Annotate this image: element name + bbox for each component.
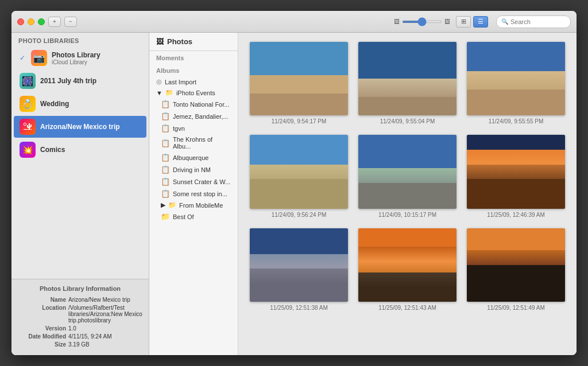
info-name-row: Name Arizona/New Mexico trip — [17, 297, 143, 303]
photo-item[interactable]: 11/24/09, 9:56:24 PM — [250, 135, 348, 217]
info-location-row: Location /Volumes/Rafbert/Test libraries… — [17, 305, 143, 324]
right-panel[interactable]: 11/24/09, 9:54:17 PM 11/24/09, 9:55:04 P… — [238, 33, 577, 355]
album-name: Driving in NM — [173, 166, 211, 173]
photo-item[interactable]: 11/24/09, 9:55:55 PM — [467, 42, 565, 124]
close-button[interactable] — [17, 18, 24, 25]
wedding-icon: 💍 — [20, 96, 36, 112]
zoom-in-icon: 🖼 — [444, 18, 450, 25]
photo-item[interactable]: 11/25/09, 12:51:43 AM — [358, 228, 457, 311]
photo-date: 11/24/09, 9:56:24 PM — [272, 212, 327, 218]
photo-image — [467, 42, 565, 115]
grid-view-button[interactable]: ⊞ — [456, 16, 471, 28]
photo-image — [467, 135, 565, 208]
2011-name: 2011 July 4th trip — [40, 77, 141, 85]
photo-item[interactable]: 11/24/09, 10:15:17 PM — [358, 135, 457, 217]
add-library-button[interactable]: + — [48, 17, 61, 27]
main-content: Photo Libraries ✓ 📷 Photos Library iClou… — [11, 33, 577, 355]
sidebar: Photo Libraries ✓ 📷 Photos Library iClou… — [11, 33, 149, 355]
last-import-label: Last Import — [165, 79, 196, 85]
album-icon: 📋 — [161, 112, 170, 120]
info-version-row: Version 1.0 — [17, 325, 143, 332]
mobile-me-label: From MobileMe — [179, 202, 223, 209]
list-view-button[interactable]: ☰ — [473, 16, 488, 28]
info-size-value: 3.19 GB — [68, 341, 143, 348]
album-item[interactable]: 📋Jemez, Bandalier,... — [149, 110, 238, 122]
left-panel: 🖼 Photos Moments Albums ◎ Last Import ▼ … — [149, 33, 238, 355]
sidebar-section-label: Photo Libraries — [11, 33, 149, 46]
search-input[interactable] — [510, 18, 566, 25]
titlebar: + − 🖼 🖼 ⊞ ☰ 🔍 — [11, 11, 577, 33]
album-icon: 📋 — [161, 177, 170, 186]
iphoto-events-folder[interactable]: ▼ 📁 iPhoto Events — [149, 87, 238, 98]
info-title: Photos Library Information — [17, 285, 143, 292]
photo-thumbnail — [250, 42, 348, 115]
main-window: + − 🖼 🖼 ⊞ ☰ 🔍 Photo Libraries ✓ 📷 — [11, 11, 577, 355]
photo-image — [250, 42, 348, 115]
photo-thumbnail — [250, 228, 348, 302]
photo-item[interactable]: 11/25/09, 12:51:38 AM — [250, 228, 348, 311]
arizona-icon: 🏜 — [20, 119, 36, 135]
photo-image — [250, 135, 348, 208]
sidebar-item-wedding[interactable]: 💍 Wedding — [14, 93, 146, 115]
sidebar-item-comics[interactable]: 💥 Comics — [14, 139, 146, 161]
wedding-name: Wedding — [40, 100, 141, 108]
sidebar-item-arizona[interactable]: 🏜 Arizona/New Mexico trip — [14, 116, 146, 138]
panel-header: 🖼 Photos — [149, 33, 238, 51]
info-version-label: Version — [17, 325, 66, 332]
album-name: Tonto National For... — [173, 101, 229, 108]
album-name: tgvn — [173, 125, 185, 132]
sidebar-item-photos-library[interactable]: ✓ 📷 Photos Library iCloud Library — [14, 47, 146, 69]
panel-title: Photos — [167, 37, 192, 46]
photo-item[interactable]: 11/24/09, 9:54:17 PM — [250, 42, 348, 124]
album-item[interactable]: 📋Driving in NM — [149, 163, 238, 176]
iphoto-events-label: iPhoto Events — [176, 89, 215, 96]
last-import-item[interactable]: ◎ Last Import — [149, 76, 238, 87]
album-icon: 📋 — [161, 189, 170, 198]
sidebar-item-2011[interactable]: 🎆 2011 July 4th trip — [14, 70, 146, 92]
photo-date: 11/25/09, 12:51:49 AM — [487, 305, 545, 311]
album-name: Albuquerque — [173, 154, 208, 161]
album-item[interactable]: 📋The Krohns of Albu... — [149, 134, 238, 151]
album-icon: 📋 — [161, 124, 170, 133]
photo-thumbnail — [358, 135, 457, 208]
info-size-label: Size — [17, 341, 66, 348]
photos-library-icon: 📷 — [31, 50, 47, 66]
minimize-button[interactable] — [28, 18, 34, 25]
album-item[interactable]: 📋Sunset Crater & W... — [149, 176, 238, 188]
zoom-slider[interactable] — [402, 21, 442, 23]
photo-item[interactable]: 11/25/09, 12:46:39 AM — [467, 135, 565, 217]
photo-thumbnail — [358, 42, 457, 115]
photo-item[interactable]: 11/25/09, 12:51:49 AM — [467, 228, 565, 311]
photos-panel-icon: 🖼 — [156, 37, 164, 46]
album-name: Sunset Crater & W... — [173, 178, 230, 185]
albums-label: Albums — [149, 65, 238, 76]
arizona-info: Arizona/New Mexico trip — [40, 123, 141, 131]
photo-date: 11/24/09, 9:55:04 PM — [380, 118, 435, 124]
photo-thumbnail — [358, 228, 457, 302]
album-icon: 📋 — [161, 153, 170, 162]
best-of-item[interactable]: 📁 Best Of — [149, 211, 238, 223]
photo-date: 11/25/09, 12:51:38 AM — [270, 305, 328, 311]
2011-icon: 🎆 — [20, 73, 36, 89]
album-item[interactable]: 📋Tonto National For... — [149, 98, 238, 110]
album-item[interactable]: 📋tgvn — [149, 122, 238, 134]
album-item[interactable]: 📋Albuquerque — [149, 151, 238, 163]
zoom-out-icon: 🖼 — [394, 18, 400, 25]
photo-image — [467, 228, 565, 302]
remove-library-button[interactable]: − — [64, 17, 77, 27]
photo-item[interactable]: 11/24/09, 9:55:04 PM — [358, 42, 457, 124]
photo-thumbnail — [467, 135, 565, 208]
photos-library-info: Photos Library iCloud Library — [52, 51, 141, 65]
comics-icon: 💥 — [20, 142, 36, 158]
best-of-icon: 📁 — [161, 212, 170, 221]
maximize-button[interactable] — [38, 18, 45, 25]
album-name: Jemez, Bandalier,... — [173, 113, 229, 120]
album-item[interactable]: 📋Some rest stop in... — [149, 188, 238, 200]
last-import-icon: ◎ — [156, 78, 162, 85]
photo-date: 11/25/09, 12:46:39 AM — [487, 212, 545, 218]
info-size-row: Size 3.19 GB — [17, 341, 143, 348]
photo-thumbnail — [250, 135, 348, 208]
best-of-label: Best Of — [173, 213, 194, 220]
info-name-label: Name — [17, 297, 66, 303]
from-mobile-me-item[interactable]: ▶ 📁 From MobileMe — [149, 200, 238, 211]
